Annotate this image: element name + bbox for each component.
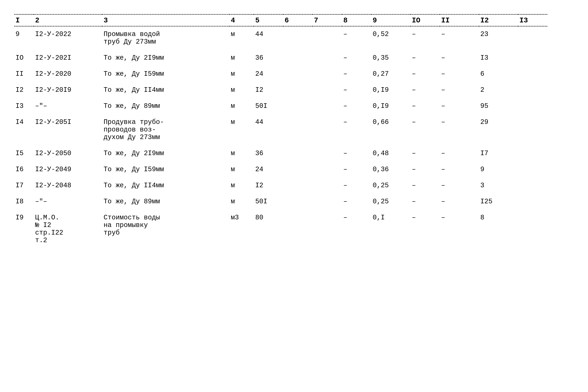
cell-col4: м <box>229 178 254 193</box>
cell-col6 <box>283 99 313 113</box>
cell-col3: То же, Ду II4мм <box>102 178 229 193</box>
cell-col5: 50I <box>254 99 283 113</box>
cell-col13 <box>518 162 548 177</box>
cell-col4: м <box>229 194 254 209</box>
cell-col5: 44 <box>254 27 283 49</box>
cell-col8: – <box>342 99 371 113</box>
cell-col11: – <box>440 27 479 49</box>
cell-col9: 0,27 <box>371 66 411 81</box>
cell-col8: – <box>342 27 371 49</box>
cell-col9: 0,I9 <box>371 82 411 97</box>
cell-col9: 0,I9 <box>371 99 411 113</box>
cell-col2: I2-У-2020 <box>34 66 102 81</box>
cell-col13 <box>518 115 548 144</box>
spacer-row <box>14 193 548 194</box>
table-row: 9I2-У-2022Промывка водойтруб Ду 273ммм44… <box>14 27 548 49</box>
cell-col13 <box>518 82 548 97</box>
cell-col3: То же, Ду II4мм <box>102 82 229 97</box>
cell-col10: – <box>411 146 440 160</box>
cell-col6 <box>283 50 313 65</box>
cell-col11: – <box>440 82 479 97</box>
cell-col12: 8 <box>479 210 518 248</box>
cell-col10: – <box>411 210 440 248</box>
cell-col6 <box>283 146 313 160</box>
cell-col4: м <box>229 27 254 49</box>
col-header-3: 3 <box>102 15 229 26</box>
cell-col8: – <box>342 66 371 81</box>
cell-col7 <box>313 194 342 209</box>
col-header-4: 4 <box>229 15 254 26</box>
cell-col1: 9 <box>14 27 34 49</box>
col-header-12: I2 <box>479 15 518 26</box>
cell-col7 <box>313 162 342 177</box>
cell-col13 <box>518 210 548 248</box>
cell-col12: 3 <box>479 178 518 193</box>
cell-col3: Промывка водойтруб Ду 273мм <box>102 27 229 49</box>
cell-col5: 36 <box>254 50 283 65</box>
table-row: I5I2-У-2050То же, Ду 2I9ммм36–0,48––I7 <box>14 146 548 160</box>
page-container: I 2 3 4 5 6 7 8 9 IO II I2 I3 9I2-У-2022… <box>0 0 588 392</box>
col-header-7: 7 <box>313 15 342 26</box>
cell-col12: 6 <box>479 66 518 81</box>
cell-col9: 0,36 <box>371 162 411 177</box>
cell-col9: 0,I <box>371 210 411 248</box>
cell-col12: I25 <box>479 194 518 209</box>
spacer-row <box>14 81 548 82</box>
cell-col9: 0,35 <box>371 50 411 65</box>
cell-col1: I3 <box>14 99 34 113</box>
cell-col11: – <box>440 99 479 113</box>
cell-col1: II <box>14 66 34 81</box>
cell-col1: I9 <box>14 210 34 248</box>
cell-col4: м <box>229 115 254 144</box>
cell-col3: То же, Ду I59мм <box>102 162 229 177</box>
cell-col13 <box>518 50 548 65</box>
cell-col8: – <box>342 210 371 248</box>
cell-col5: 36 <box>254 146 283 160</box>
cell-col9: 0,48 <box>371 146 411 160</box>
cell-col2: I2-У-20I9 <box>34 82 102 97</box>
cell-col5: I2 <box>254 178 283 193</box>
cell-col4: м <box>229 82 254 97</box>
cell-col9: 0,52 <box>371 27 411 49</box>
cell-col1: I5 <box>14 146 34 160</box>
cell-col13 <box>518 178 548 193</box>
cell-col5: 44 <box>254 115 283 144</box>
cell-col5: I2 <box>254 82 283 97</box>
cell-col8: – <box>342 82 371 97</box>
cell-col7 <box>313 66 342 81</box>
spacer-row <box>14 144 548 146</box>
cell-col1: I2 <box>14 82 34 97</box>
cell-col8: – <box>342 194 371 209</box>
cell-col8: – <box>342 115 371 144</box>
cell-col3: То же, Ду I59мм <box>102 66 229 81</box>
col-header-13: I3 <box>518 15 548 26</box>
spacer-row <box>14 65 548 66</box>
cell-col2: I2-У-2050 <box>34 146 102 160</box>
cell-col13 <box>518 194 548 209</box>
spacer-row <box>14 160 548 162</box>
cell-col6 <box>283 27 313 49</box>
cell-col2: I2-У-202I <box>34 50 102 65</box>
cell-col6 <box>283 194 313 209</box>
cell-col1: I7 <box>14 178 34 193</box>
cell-col7 <box>313 210 342 248</box>
cell-col3: То же, Ду 2I9мм <box>102 50 229 65</box>
cell-col13 <box>518 66 548 81</box>
spacer-row <box>14 209 548 210</box>
cell-col6 <box>283 178 313 193</box>
cell-col6 <box>283 115 313 144</box>
cell-col8: – <box>342 162 371 177</box>
cell-col13 <box>518 27 548 49</box>
table-row: III2-У-2020То же, Ду I59ммм24–0,27––6 <box>14 66 548 81</box>
col-header-1: I <box>14 15 34 26</box>
table-row: I4I2-У-205IПродувка трубо-проводов воз-д… <box>14 115 548 144</box>
cell-col3: То же, Ду 2I9мм <box>102 146 229 160</box>
table-row: I9Ц.М.О.№ I2стр.I22т.2Стоимость водына п… <box>14 210 548 248</box>
col-header-6: 6 <box>283 15 313 26</box>
cell-col1: I4 <box>14 115 34 144</box>
cell-col10: – <box>411 66 440 81</box>
cell-col4: м <box>229 66 254 81</box>
spacer-row <box>14 97 548 99</box>
cell-col8: – <box>342 146 371 160</box>
cell-col10: – <box>411 194 440 209</box>
